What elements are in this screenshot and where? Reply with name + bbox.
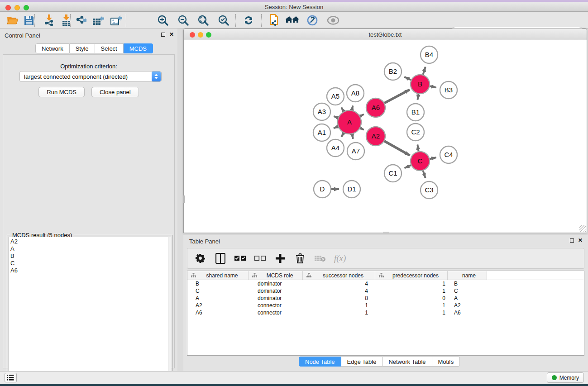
task-history-button[interactable] bbox=[5, 373, 17, 382]
node-table[interactable]: shared nameMCDS rolesuccessor nodesprede… bbox=[187, 271, 584, 356]
tab-edge-table[interactable]: Edge Table bbox=[341, 357, 383, 367]
memory-button[interactable]: Memory bbox=[547, 372, 584, 383]
edge-A-A6[interactable] bbox=[360, 114, 364, 116]
tab-network-table[interactable]: Network Table bbox=[382, 357, 432, 367]
node-B2[interactable]: B2 bbox=[384, 63, 402, 80]
import-table-icon[interactable] bbox=[59, 14, 73, 27]
mcds-result-list[interactable]: A2ABCA6 bbox=[8, 237, 169, 386]
node-A7[interactable]: A7 bbox=[347, 143, 364, 160]
edge-A-A2[interactable] bbox=[360, 128, 364, 130]
window-resize-grip[interactable] bbox=[579, 225, 586, 232]
home-layout-icon[interactable] bbox=[286, 14, 300, 27]
result-list-item[interactable]: A bbox=[10, 245, 168, 253]
node-A3[interactable]: A3 bbox=[313, 103, 330, 120]
tab-select[interactable]: Select bbox=[95, 43, 124, 53]
node-A2[interactable]: A2 bbox=[366, 127, 385, 146]
network-canvas[interactable]: B4B2BB3A8A5A6B1A3AC2A1A2A4A7C4CC1DD1C3 bbox=[184, 40, 587, 233]
tab-motifs[interactable]: Motifs bbox=[432, 357, 460, 367]
edge-A-A1[interactable] bbox=[334, 127, 338, 129]
gear-icon[interactable] bbox=[195, 253, 206, 264]
tab-node-table[interactable]: Node Table bbox=[299, 357, 341, 367]
run-mcds-button[interactable]: Run MCDS bbox=[38, 87, 85, 97]
node-D1[interactable]: D1 bbox=[343, 181, 360, 198]
open-file-icon[interactable] bbox=[5, 14, 20, 27]
node-A5[interactable]: A5 bbox=[327, 88, 344, 105]
node-A8[interactable]: A8 bbox=[347, 85, 364, 102]
node-C3[interactable]: C3 bbox=[421, 181, 438, 199]
tab-mcds[interactable]: MCDS bbox=[124, 43, 153, 53]
column-header-successor-nodes[interactable]: successor nodes bbox=[303, 271, 375, 280]
table-row[interactable]: Bdominator41B bbox=[187, 280, 584, 287]
edge-A2-C[interactable] bbox=[384, 141, 410, 156]
edge-A-A8[interactable] bbox=[352, 105, 353, 110]
edge-B-B2[interactable] bbox=[404, 77, 411, 80]
result-list-item[interactable]: A6 bbox=[10, 267, 168, 274]
zoom-fit-icon[interactable] bbox=[196, 14, 210, 27]
node-C2[interactable]: C2 bbox=[407, 124, 424, 141]
float-table-panel-icon[interactable] bbox=[570, 238, 574, 243]
edge-C-C2[interactable] bbox=[417, 145, 418, 152]
splitter-handle-left[interactable] bbox=[183, 195, 185, 203]
eye-icon[interactable] bbox=[326, 14, 340, 27]
close-panel-icon[interactable]: ✕ bbox=[169, 33, 174, 37]
deselect-all-columns-icon[interactable] bbox=[254, 253, 266, 264]
hide-graphics-details-icon[interactable] bbox=[305, 14, 320, 27]
export-network-icon[interactable] bbox=[74, 14, 88, 27]
edge-A-A3[interactable] bbox=[334, 116, 338, 118]
edge-B-B4[interactable] bbox=[423, 67, 425, 75]
result-list-item[interactable]: C bbox=[10, 260, 168, 267]
export-table-icon[interactable] bbox=[91, 14, 106, 27]
refresh-icon[interactable] bbox=[241, 14, 256, 27]
node-B[interactable]: B bbox=[411, 75, 430, 94]
node-A[interactable]: A bbox=[338, 110, 361, 134]
network-graph[interactable]: B4B2BB3A8A5A6B1A3AC2A1A2A4A7C4CC1DD1C3 bbox=[184, 40, 587, 233]
delete-table-icon[interactable] bbox=[314, 253, 326, 264]
new-network-from-selection-icon[interactable] bbox=[267, 14, 281, 27]
column-header-predecessor-nodes[interactable]: predecessor nodes bbox=[375, 271, 448, 280]
export-image-icon[interactable] bbox=[110, 14, 124, 27]
column-header-shared-name[interactable]: shared name bbox=[187, 271, 249, 280]
result-list-item[interactable]: A2 bbox=[10, 238, 168, 245]
edge-A-A7[interactable] bbox=[352, 134, 353, 138]
node-C[interactable]: C bbox=[411, 152, 430, 171]
edge-B-B3[interactable] bbox=[430, 86, 436, 87]
function-builder-icon[interactable]: f(x) bbox=[334, 253, 346, 263]
tab-network[interactable]: Network bbox=[35, 43, 70, 53]
zoom-in-icon[interactable] bbox=[156, 14, 170, 27]
node-C4[interactable]: C4 bbox=[440, 146, 457, 163]
result-list-scrollbar[interactable] bbox=[168, 237, 171, 386]
edge-A-A5[interactable] bbox=[341, 108, 344, 112]
close-table-panel-icon[interactable]: ✕ bbox=[578, 238, 583, 243]
select-all-columns-icon[interactable] bbox=[234, 253, 246, 264]
edge-B-B1[interactable] bbox=[417, 94, 418, 100]
tab-style[interactable]: Style bbox=[70, 43, 95, 53]
node-B4[interactable]: B4 bbox=[421, 46, 438, 63]
network-window-titlebar[interactable]: testGlobe.txt bbox=[184, 29, 587, 40]
splitter-handle-bottom[interactable] bbox=[383, 232, 389, 234]
node-C1[interactable]: C1 bbox=[384, 165, 402, 182]
result-list-item[interactable]: B bbox=[10, 253, 168, 260]
edge-A6-B[interactable] bbox=[384, 90, 410, 103]
add-column-icon[interactable] bbox=[274, 253, 286, 264]
edge-C-C3[interactable] bbox=[423, 171, 425, 178]
table-row[interactable]: A2connector11A2 bbox=[187, 302, 584, 309]
import-network-icon[interactable] bbox=[42, 14, 56, 27]
node-A4[interactable]: A4 bbox=[327, 139, 344, 157]
node-D[interactable]: D bbox=[314, 181, 331, 198]
optimization-criterion-select[interactable]: largest connected component (directed) bbox=[19, 71, 162, 82]
zoom-out-icon[interactable] bbox=[176, 14, 191, 27]
edge-A-A4[interactable] bbox=[341, 133, 344, 137]
close-panel-button[interactable]: Close panel bbox=[91, 87, 139, 97]
delete-column-icon[interactable] bbox=[294, 253, 306, 264]
node-A1[interactable]: A1 bbox=[313, 124, 330, 141]
node-B1[interactable]: B1 bbox=[407, 104, 424, 121]
table-row[interactable]: A6connector11A6 bbox=[187, 309, 584, 316]
column-header-name[interactable]: name bbox=[448, 271, 487, 280]
node-B3[interactable]: B3 bbox=[440, 81, 457, 99]
zoom-selected-icon[interactable] bbox=[216, 14, 231, 27]
column-header-MCDS-role[interactable]: MCDS role bbox=[249, 271, 303, 280]
node-A6[interactable]: A6 bbox=[366, 98, 385, 117]
table-row[interactable]: Adominator80A bbox=[187, 295, 584, 302]
float-panel-icon[interactable] bbox=[161, 33, 165, 37]
edge-C-C4[interactable] bbox=[430, 157, 436, 159]
